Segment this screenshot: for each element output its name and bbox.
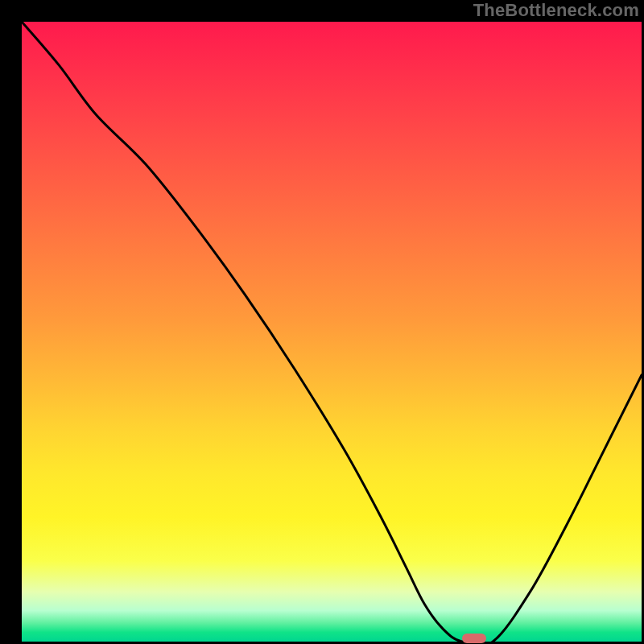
curve-path — [22, 22, 642, 642]
watermark-label: TheBottleneck.com — [473, 0, 639, 21]
bottleneck-curve — [22, 22, 642, 642]
chart-frame — [10, 10, 634, 634]
optimal-point-marker — [462, 634, 486, 643]
